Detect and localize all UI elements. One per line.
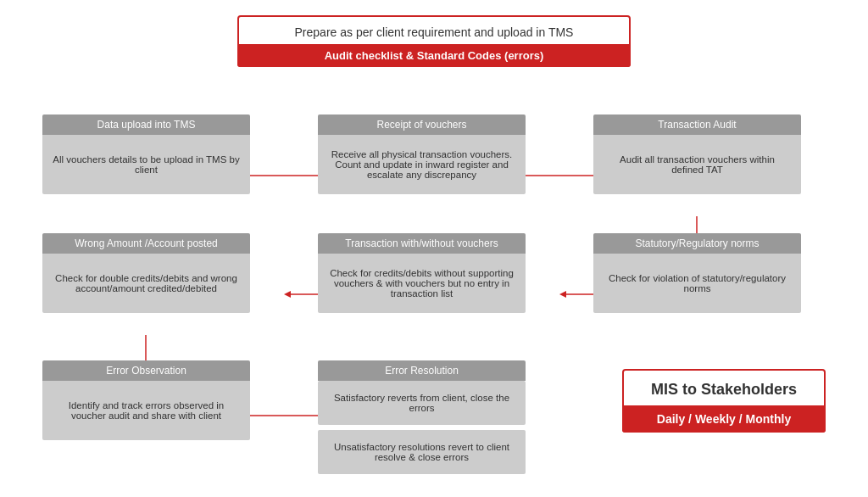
top-box: Prepare as per client requirement and up… <box>237 15 631 67</box>
svg-marker-9 <box>284 291 291 298</box>
card-statutory: Statutory/Regulatory norms Check for vio… <box>593 233 801 313</box>
card-header-error-resolution: Error Resolution <box>318 360 526 381</box>
card-receipt: Receipt of vouchers Receive all physical… <box>318 114 526 194</box>
card-error-resolution: Error Resolution Satisfactory reverts fr… <box>318 360 526 474</box>
card-header-receipt: Receipt of vouchers <box>318 114 526 135</box>
top-title: Prepare as per client requirement and up… <box>239 17 629 44</box>
card-header-statutory: Statutory/Regulatory norms <box>593 233 801 254</box>
card-body-receipt: Receive all physical transaction voucher… <box>318 135 526 194</box>
card-header-transaction-audit: Transaction Audit <box>593 114 801 135</box>
card-transaction-audit: Transaction Audit Audit all transaction … <box>593 114 801 194</box>
error-resolution-unsatisfactory: Unsatisfactory resolutions revert to cli… <box>318 430 526 474</box>
card-body-error-observation: Identify and track errors observed in vo… <box>42 381 250 440</box>
card-error-observation: Error Observation Identify and track err… <box>42 360 250 440</box>
card-header-wrong-amount: Wrong Amount /Account posted <box>42 233 250 254</box>
card-wrong-amount: Wrong Amount /Account posted Check for d… <box>42 233 250 313</box>
card-body-data-upload: All vouchers details to be upload in TMS… <box>42 135 250 194</box>
card-body-wrong-amount: Check for double credits/debits and wron… <box>42 254 250 313</box>
top-subtitle: Audit checklist & Standard Codes (errors… <box>237 44 631 67</box>
error-resolution-subs: Satisfactory reverts from client, close … <box>318 381 526 474</box>
card-header-error-observation: Error Observation <box>42 360 250 381</box>
card-header-data-upload: Data upload into TMS <box>42 114 250 135</box>
svg-marker-7 <box>559 291 566 298</box>
mis-title: MIS to Stakeholders <box>624 371 824 405</box>
diagram: Prepare as per client requirement and up… <box>0 0 868 497</box>
card-body-statutory: Check for violation of statutory/regulat… <box>593 254 801 313</box>
mis-subtitle: Daily / Weekly / Monthly <box>622 405 826 433</box>
error-resolution-satisfactory: Satisfactory reverts from client, close … <box>318 381 526 425</box>
card-body-transaction-vouchers: Check for credits/debits without support… <box>318 254 526 313</box>
mis-box: MIS to Stakeholders Daily / Weekly / Mon… <box>622 369 826 433</box>
card-body-transaction-audit: Audit all transaction vouchers within de… <box>593 135 801 194</box>
card-data-upload: Data upload into TMS All vouchers detail… <box>42 114 250 194</box>
card-header-transaction-vouchers: Transaction with/without vouchers <box>318 233 526 254</box>
card-transaction-vouchers: Transaction with/without vouchers Check … <box>318 233 526 313</box>
